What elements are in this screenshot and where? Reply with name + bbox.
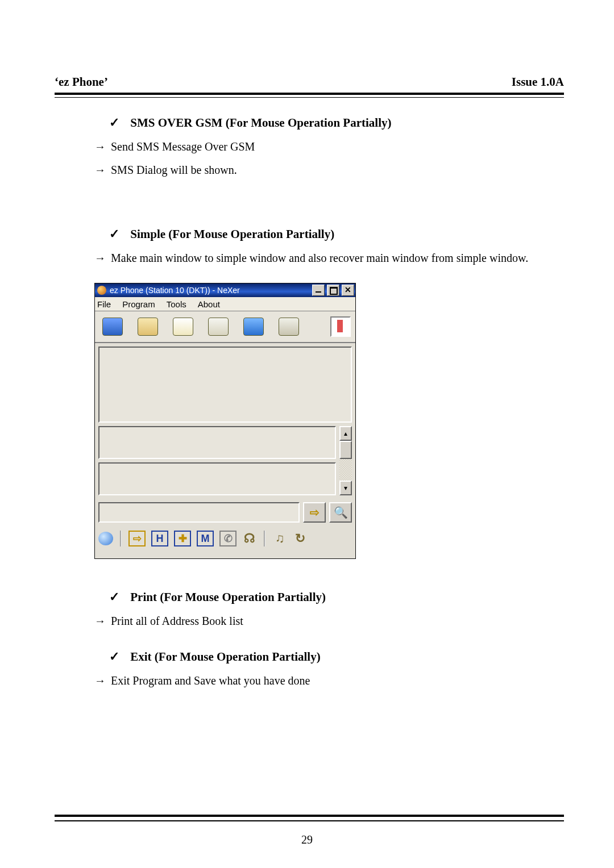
toolbar-mail-button[interactable] (170, 316, 196, 337)
menu-about[interactable]: About (198, 299, 220, 309)
menu-file[interactable]: File (97, 299, 111, 309)
sms-line-1-text: Send SMS Message Over GSM (111, 140, 255, 153)
list-area: ▴ ▾ (98, 426, 352, 499)
upper-panel (98, 347, 352, 423)
check-icon: ✓ (94, 649, 119, 663)
check-icon: ✓ (94, 115, 119, 130)
scroll-track[interactable] (339, 441, 352, 481)
menubar: File Program Tools About (95, 297, 355, 311)
header-left: ‘ez Phone’ (55, 75, 108, 89)
titlebar: ez Phone (Station 10 (DKT)) - NeXer (95, 283, 355, 297)
maximize-button[interactable] (327, 285, 339, 296)
toolbar-send-button[interactable] (205, 316, 231, 337)
dial-input[interactable] (98, 502, 300, 523)
list-row-2[interactable] (98, 462, 336, 495)
scroll-thumb[interactable] (339, 441, 352, 459)
list-row-1[interactable] (98, 426, 336, 459)
check-icon: ✓ (94, 227, 119, 241)
memo-icon[interactable]: M (197, 531, 214, 546)
print-icon (279, 318, 299, 336)
separator (120, 531, 122, 546)
exit-line-1-text: Exit Program and Save what you have done (111, 674, 310, 687)
bottom-toolbar: ⇨ H ✚ M ✆ ☊ ♫ ↻ (98, 528, 352, 549)
separator (264, 531, 265, 546)
arrow-icon: → (94, 164, 106, 176)
arrow-icon: → (94, 140, 106, 153)
check-icon: ✓ (94, 590, 119, 604)
menu-program[interactable]: Program (122, 299, 155, 309)
phone-icon[interactable]: ✆ (219, 531, 237, 546)
page-header: ‘ez Phone’ Issue 1.0A (55, 75, 564, 95)
menu-tools[interactable]: Tools (167, 299, 186, 309)
loop-icon[interactable]: ↻ (293, 532, 308, 545)
ezphone-window: ez Phone (Station 10 (DKT)) - NeXer File… (94, 283, 356, 559)
hold-icon[interactable]: H (151, 531, 168, 546)
page-number: 29 (0, 833, 614, 846)
sms-title-line: ✓ SMS OVER GSM (For Mouse Operation Part… (94, 113, 564, 132)
print-title-line: ✓ Print (For Mouse Operation Partially) (94, 587, 564, 607)
home-icon (243, 318, 264, 336)
arrow-icon: → (94, 674, 106, 687)
document-icon (138, 318, 158, 336)
sms-line-2: → SMS Dialog will be shown. (94, 161, 564, 179)
globe-icon[interactable] (98, 532, 113, 545)
exit-title-line: ✓ Exit (For Mouse Operation Partially) (94, 647, 564, 666)
transfer-icon[interactable]: ✚ (174, 531, 191, 546)
app-icon (97, 286, 106, 295)
toolbar-document-button[interactable] (135, 316, 161, 337)
toolbar-home-button[interactable] (240, 316, 267, 337)
exit-line-1: → Exit Program and Save what you have do… (94, 672, 564, 690)
footer-rule (55, 815, 564, 817)
simple-line-1: → Make main window to simple window and … (94, 249, 564, 267)
page-content: ✓ SMS OVER GSM (For Mouse Operation Part… (55, 113, 564, 690)
sms-title: SMS OVER GSM (For Mouse Operation Partia… (130, 116, 391, 130)
window-title: ez Phone (Station 10 (DKT)) - NeXer (110, 286, 240, 295)
mail-icon (173, 318, 193, 336)
print-title: Print (For Mouse Operation Partially) (130, 590, 326, 604)
monitor-icon (102, 318, 123, 336)
sms-line-2-text: SMS Dialog will be shown. (111, 164, 237, 176)
input-bar: ⇨ 🔍 (98, 502, 352, 523)
simple-title-line: ✓ Simple (For Mouse Operation Partially) (94, 224, 564, 244)
minimize-button[interactable] (312, 285, 325, 296)
exit-title: Exit (For Mouse Operation Partially) (130, 650, 320, 663)
toolbar-monitor-button[interactable] (99, 316, 126, 337)
header-right: Issue 1.0A (512, 75, 564, 89)
toolbar-print-button[interactable] (276, 316, 302, 337)
sms-line-1: → Send SMS Message Over GSM (94, 138, 564, 156)
arrow-icon: → (94, 252, 106, 264)
bell-icon[interactable]: ♫ (272, 532, 287, 545)
main-toolbar (95, 311, 355, 343)
print-line-1-text: Print all of Address Book list (111, 615, 243, 627)
print-line-1: → Print all of Address Book list (94, 612, 564, 630)
scroll-up-icon[interactable]: ▴ (339, 426, 352, 441)
simple-line-1-text: Make main window to simple window and al… (111, 252, 528, 264)
toolbar-record-button[interactable] (330, 316, 351, 337)
list-scrollbar[interactable]: ▴ ▾ (339, 426, 352, 495)
go-button[interactable]: ⇨ (303, 502, 326, 523)
close-button[interactable] (342, 285, 354, 296)
headset-icon[interactable]: ☊ (242, 532, 257, 545)
send-icon (208, 318, 229, 336)
arrow-right-icon[interactable]: ⇨ (128, 531, 146, 546)
arrow-icon: → (94, 615, 106, 627)
scroll-down-icon[interactable]: ▾ (339, 481, 352, 495)
simple-title: Simple (For Mouse Operation Partially) (130, 227, 334, 241)
search-button[interactable]: 🔍 (329, 502, 352, 523)
